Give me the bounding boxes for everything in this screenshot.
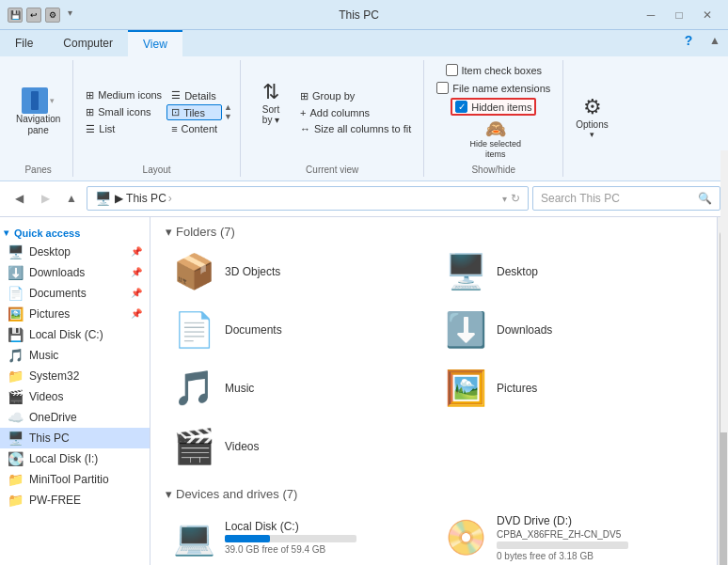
forward-button[interactable]: ▶ [34, 187, 56, 210]
layout-scroll: ▲ ▼ [224, 102, 232, 121]
hidden-items-button[interactable]: ✓ Hidden items [451, 98, 536, 116]
layout-scroll-up[interactable]: ▲ [224, 102, 232, 112]
devices-section-title[interactable]: ▾ Devices and drives (7) [166, 487, 702, 501]
maximize-button[interactable]: □ [666, 5, 692, 25]
sidebar-item-downloads[interactable]: ⬇️ Downloads 📌 [0, 262, 150, 283]
group-by-button[interactable]: ⊞ Group by [295, 88, 416, 104]
sidebar-item-this-pc[interactable]: 🖥️ This PC [0, 428, 150, 448]
drive-c-info: Local Disk (C:) 39.0 GB free of 59.4 GB [225, 520, 356, 555]
tab-computer[interactable]: Computer [48, 30, 128, 56]
folder-item-videos[interactable]: 🎬 Videos [166, 421, 430, 472]
sort-by-button[interactable]: ⇅ Sortby ▾ [248, 79, 293, 145]
close-button[interactable]: ✕ [694, 5, 720, 25]
sidebar-item-system32[interactable]: 📁 System32 [0, 366, 150, 386]
search-placeholder: Search This PC [541, 192, 620, 205]
ribbon-collapse-button[interactable]: ▲ [702, 30, 728, 51]
window-controls: ─ □ ✕ [638, 5, 720, 25]
addr-refresh[interactable]: ↻ [511, 192, 520, 205]
drive-c-bar-container [225, 535, 356, 542]
pin-icon-downloads: 📌 [131, 267, 142, 277]
details-button[interactable]: ☰ Details [166, 87, 222, 103]
tab-view[interactable]: View [128, 30, 182, 56]
devices-chevron: ▾ [166, 487, 172, 501]
undo-icon[interactable]: ↩ [26, 8, 41, 23]
size-columns-button[interactable]: ↔ Size all columns to fit [295, 121, 416, 136]
pin-icon-documents: 📌 [131, 288, 142, 298]
main-area: ▾ Quick access 🖥️ Desktop 📌 ⬇️ Downloads… [0, 217, 728, 565]
save-icon[interactable]: 💾 [8, 8, 23, 23]
desktop-icon: 🖥️ [8, 244, 24, 259]
folder-item-documents[interactable]: 📄 Documents [166, 305, 430, 355]
onedrive-icon: ☁️ [8, 410, 24, 425]
small-icons-button[interactable]: ⊞ Small icons [81, 104, 166, 120]
navigation-pane-button[interactable]: ▾ Navigationpane [11, 85, 65, 139]
hide-selected-area: 🙈 Hide selecteditems [466, 116, 527, 163]
folders-section-title[interactable]: ▾ Folders (7) [166, 225, 702, 239]
content-button[interactable]: ≡ Content [166, 121, 222, 136]
options-button[interactable]: ⚙ Options ▾ [571, 92, 612, 142]
folder-grid: 📦 3D Objects 🖥️ Desktop 📄 Documents ⬇️ D… [166, 246, 702, 472]
drive-item-c[interactable]: 💻 Local Disk (C:) 39.0 GB free of 59.4 G… [166, 509, 430, 565]
list-button[interactable]: ☰ List [81, 121, 166, 137]
add-columns-button[interactable]: + Add columns [295, 105, 416, 120]
file-name-extensions-button[interactable]: File name extensions [432, 80, 555, 96]
chevron-down-icon: ▾ [4, 228, 8, 238]
sidebar: ▾ Quick access 🖥️ Desktop 📌 ⬇️ Downloads… [0, 217, 150, 565]
drive-item-d[interactable]: 📀 DVD Drive (D:) CPBA_X86FRE_ZH-CN_DV5 0… [437, 509, 702, 565]
ribbon-group-layout: ⊞ Medium icons ⊞ Small icons ☰ List ☰ [77, 60, 241, 177]
properties-icon[interactable]: ⚙ [45, 8, 60, 23]
tab-file[interactable]: File [0, 30, 48, 56]
show-hide-content: Item check boxes File name extensions ✓ … [432, 62, 555, 116]
address-field[interactable]: 🖥️ ▶ This PC › ▾ ↻ [87, 186, 529, 211]
drive-c-bar [225, 535, 270, 542]
search-icon: 🔍 [698, 192, 712, 205]
sidebar-item-local-disk-c-quick[interactable]: 💾 Local Disk (C:) [0, 324, 150, 345]
local-disk-i-sidebar-icon: 💽 [8, 451, 24, 466]
hide-selected-button[interactable]: 🙈 Hide selecteditems [466, 116, 527, 163]
folder-item-pictures[interactable]: 🖼️ Pictures [437, 363, 702, 414]
back-button[interactable]: ◀ [8, 187, 30, 210]
tiles-button[interactable]: ⊡ Tiles [166, 104, 222, 120]
medium-icons-button[interactable]: ⊞ Medium icons [81, 87, 166, 103]
up-button[interactable]: ▲ [60, 187, 83, 210]
sidebar-item-music[interactable]: 🎵 Music [0, 345, 150, 366]
folder-item-desktop[interactable]: 🖥️ Desktop [437, 246, 702, 297]
sidebar-item-onedrive[interactable]: ☁️ OneDrive [0, 407, 150, 428]
addr-dropdown[interactable]: ▾ [502, 194, 507, 204]
title-bar: 💾 ↩ ⚙ ▾ This PC ─ □ ✕ [0, 0, 728, 30]
sort-by-area: ⇅ Sortby ▾ [248, 79, 293, 145]
pin-icon-pictures: 📌 [131, 308, 142, 319]
drives-grid: 💻 Local Disk (C:) 39.0 GB free of 59.4 G… [166, 509, 702, 565]
current-view-label: Current view [306, 163, 358, 175]
sidebar-item-minitool[interactable]: 📁 MiniTool Partitio [0, 469, 150, 490]
ribbon-group-panes: ▾ Navigationpane Panes [8, 60, 73, 177]
folder-videos-icon: 🎬 [173, 427, 215, 466]
folder-item-downloads[interactable]: ⬇️ Downloads [437, 305, 702, 355]
ribbon-group-show-hide: Item check boxes File name extensions ✓ … [428, 60, 563, 177]
search-field[interactable]: Search This PC 🔍 [532, 186, 720, 211]
folder-item-music[interactable]: 🎵 Music [166, 363, 430, 414]
layout-scroll-down[interactable]: ▼ [224, 112, 232, 121]
address-bar: ◀ ▶ ▲ 🖥️ ▶ This PC › ▾ ↻ Search This PC … [0, 181, 728, 217]
sidebar-item-pictures[interactable]: 🖼️ Pictures 📌 [0, 304, 150, 324]
view-options: ⊞ Group by + Add columns ↔ Size all colu… [295, 88, 416, 136]
help-button[interactable]: ? [675, 30, 702, 51]
sidebar-item-desktop[interactable]: 🖥️ Desktop 📌 [0, 242, 150, 262]
folder-music-icon: 🎵 [173, 369, 215, 408]
sidebar-item-documents[interactable]: 📄 Documents 📌 [0, 283, 150, 304]
item-checkboxes-checkbox[interactable] [446, 64, 458, 76]
item-checkboxes-button[interactable]: Item check boxes [441, 62, 547, 78]
addr-path-thispc: ▶ This PC [115, 192, 166, 205]
file-name-extensions-checkbox[interactable] [436, 82, 449, 94]
sidebar-item-videos[interactable]: 🎬 Videos [0, 386, 150, 407]
folder-item-3d-objects[interactable]: 📦 3D Objects [166, 246, 430, 297]
pictures-icon: 🖼️ [8, 306, 24, 322]
minimize-button[interactable]: ─ [638, 5, 664, 25]
hidden-items-checkbox[interactable]: ✓ [455, 101, 467, 113]
minitool-icon: 📁 [8, 472, 24, 487]
drive-d-icon: 📀 [445, 518, 487, 557]
folders-chevron: ▾ [166, 225, 172, 239]
current-view-content: ⇅ Sortby ▾ ⊞ Group by + Add columns [248, 62, 416, 163]
sidebar-item-pw-free[interactable]: 📁 PW-FREE [0, 490, 150, 510]
sidebar-item-local-disk-i[interactable]: 💽 Local Disk (I:) [0, 448, 150, 469]
